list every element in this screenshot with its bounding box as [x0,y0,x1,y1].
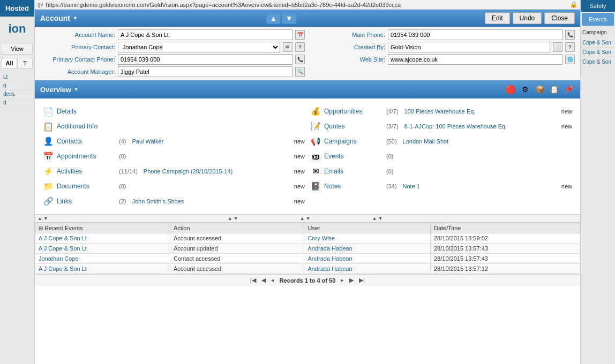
links-label[interactable]: Links [57,198,116,205]
details-label[interactable]: Details [57,108,116,115]
right-item-2[interactable]: Cope & Son [581,48,615,57]
next-page-button[interactable]: ▶ [349,277,354,284]
appointments-new[interactable]: new [294,153,305,160]
overview-label: Overview [40,86,71,94]
overview-item-documents: 📁 Documents (0) new [40,179,308,194]
sidebar-tab-t[interactable]: T [17,58,33,69]
opportunities-new[interactable]: new [561,108,572,115]
links-new[interactable]: new [294,198,305,204]
overview-icon-3[interactable]: 📦 [533,83,546,96]
opportunities-link[interactable]: 100 Pieces Warehouse Eq. [404,108,558,115]
col2-down-icon[interactable]: ▼ [234,216,238,221]
sidebar-tab-all[interactable]: All [2,58,17,69]
scroll-left-button[interactable]: ◂ [271,277,274,284]
col3-down-icon[interactable]: ▼ [306,216,311,221]
nav-up-button[interactable]: ▲ [266,13,281,24]
view-button[interactable]: View [2,43,33,55]
first-page-button[interactable]: |◀ [250,277,256,284]
events-label[interactable]: Events [324,153,383,160]
overview-dropdown-icon[interactable]: ▼ [74,87,79,92]
quotes-link[interactable]: 8-1-AJCop: 100 Pieces Warehouse Eq. [404,123,558,130]
expand-icon[interactable]: ⊞ [39,225,43,231]
sidebar-item-lt[interactable]: Lt [2,73,33,81]
phone-icon[interactable]: 📞 [295,55,305,64]
primary-contact-email-icon[interactable]: ✉ [283,42,292,52]
details-icon: 📄 [43,106,54,117]
website-row: Web Site: 🌐 [310,54,575,65]
row-user[interactable]: Andrada Habean [304,264,431,274]
sidebar-item-dees[interactable]: dees [2,90,33,98]
row-entity[interactable]: A J Cope & Son Lt [35,244,170,254]
notes-new[interactable]: new [561,183,572,189]
activities-new[interactable]: new [294,168,305,175]
scroll-right-button[interactable]: ▸ [341,277,344,284]
gv-icon: gv [38,2,43,7]
col1-down-icon[interactable]: ▼ [43,216,48,221]
col-nav-2: ▲ ▼ [228,216,238,221]
created-by-info-icon[interactable]: ? [565,42,575,52]
right-item-1[interactable]: Cope & Son [581,38,615,48]
col4-down-icon[interactable]: ▼ [378,216,382,221]
close-button[interactable]: Close [544,12,575,24]
emails-label[interactable]: Emails [324,168,383,175]
account-manager-input[interactable] [118,66,292,77]
col3-up-icon[interactable]: ▲ [300,216,305,221]
contacts-link[interactable]: Paul Walker [132,138,290,145]
activities-link[interactable]: Phone Campaign (20/10/2015-14) [144,168,291,175]
sidebar-item-g[interactable]: g [2,81,33,90]
links-count: (2) [119,198,126,204]
row-user[interactable]: Cory Wise [304,233,431,244]
created-by-icon[interactable]: ⬜ [553,42,562,52]
campaigns-label[interactable]: Campaigns [324,138,383,145]
col1-up-icon[interactable]: ▲ [38,216,42,221]
opportunities-label[interactable]: Opportunities [324,108,383,115]
account-manager-search-icon[interactable]: 🔍 [295,67,305,77]
notes-label[interactable]: Notes [324,183,383,190]
overview-icon-1[interactable]: 🔴 [504,83,517,96]
row-entity[interactable]: Jonathan Cope [35,254,170,264]
overview-icon-2[interactable]: ⚙ [519,83,531,96]
quotes-new[interactable]: new [561,123,572,130]
undo-button[interactable]: Undo [513,12,542,24]
primary-contact-select[interactable]: Jonathan Cope [118,42,280,52]
col4-up-icon[interactable]: ▲ [372,216,377,221]
row-entity[interactable]: A J Cope & Son Lt [35,264,170,274]
account-name-input[interactable] [118,29,292,40]
additionalinfo-label[interactable]: Additional Info [57,123,116,130]
overview-icon-5[interactable]: 📌 [562,83,575,96]
overview-item-additionalinfo: 📋 Additional Info [40,119,308,134]
primary-contact-phone-input[interactable] [118,54,292,65]
links-link[interactable]: John Smith's Shoes [132,198,290,204]
appointments-label[interactable]: Appointments [57,153,116,160]
quotes-label[interactable]: Quotes [324,123,383,130]
created-by-input[interactable] [388,42,550,52]
documents-new[interactable]: new [294,183,305,189]
row-user[interactable]: Andrada Habean [304,254,431,264]
row-user[interactable]: Andrada Habean [304,244,431,254]
row-entity[interactable]: A J Cope & Son Lt [35,233,170,244]
contacts-new[interactable]: new [294,138,305,145]
contacts-label[interactable]: Contacts [57,138,116,145]
documents-label[interactable]: Documents [57,183,116,190]
website-icon[interactable]: 🌐 [565,55,575,64]
sidebar-item-d[interactable]: d. [2,98,33,107]
nav-down-button[interactable]: ▼ [282,13,296,24]
notes-link[interactable]: Note 1 [403,183,558,189]
website-input[interactable] [388,54,562,65]
campaigns-link[interactable]: London Mail Shot [403,138,572,145]
last-page-button[interactable]: ▶| [359,277,365,284]
account-dropdown-icon[interactable]: ▼ [73,16,78,21]
events-button[interactable]: Events [582,13,614,26]
activities-label[interactable]: Activities [57,168,116,175]
main-phone-input[interactable] [388,29,562,40]
right-item-3[interactable]: Cope & Son [581,57,615,67]
overview-item-contacts: 👤 Contacts (4) Paul Walker new [40,134,308,149]
account-name-calendar-icon[interactable]: 📅 [295,30,305,40]
col2-up-icon[interactable]: ▲ [228,216,232,221]
edit-button[interactable]: Edit [485,12,510,24]
overview-item-appointments: 📅 Appointments (0) new [40,149,308,164]
overview-icon-4[interactable]: 📋 [548,83,560,96]
main-phone-icon[interactable]: 📞 [565,30,575,40]
prev-page-button[interactable]: ◀ [261,277,266,284]
primary-contact-info-icon[interactable]: ? [295,42,305,52]
